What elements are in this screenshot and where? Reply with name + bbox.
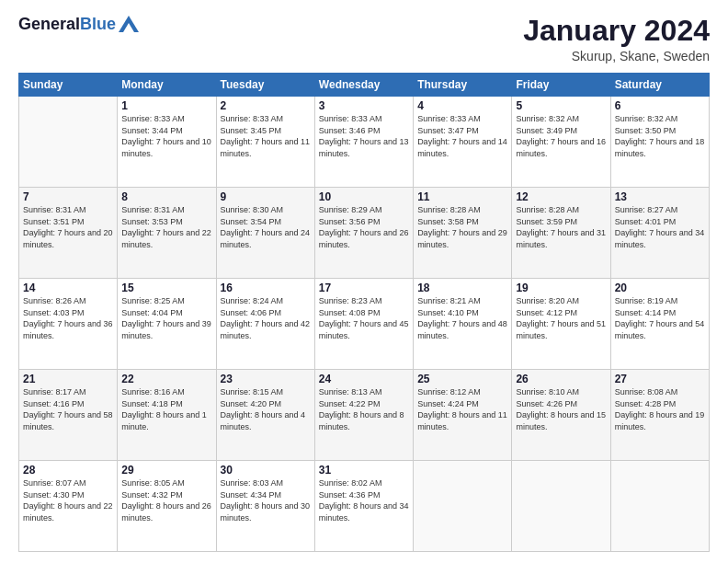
day-info: Sunrise: 8:10 AMSunset: 4:26 PMDaylight:… (516, 386, 606, 432)
table-row: 25Sunrise: 8:12 AMSunset: 4:24 PMDayligh… (414, 370, 512, 461)
day-number: 9 (221, 190, 311, 203)
day-info: Sunrise: 8:23 AMSunset: 4:08 PMDaylight:… (319, 295, 409, 341)
col-sunday: Sunday (19, 74, 118, 97)
day-info: Sunrise: 8:08 AMSunset: 4:28 PMDaylight:… (615, 386, 705, 432)
day-info: Sunrise: 8:02 AMSunset: 4:36 PMDaylight:… (319, 477, 409, 523)
title-section: January 2024 Skurup, Skane, Sweden (523, 15, 710, 63)
day-number: 8 (121, 190, 211, 203)
day-info: Sunrise: 8:33 AMSunset: 3:47 PMDaylight:… (417, 113, 507, 159)
day-number: 13 (615, 190, 705, 203)
day-info: Sunrise: 8:28 AMSunset: 3:59 PMDaylight:… (516, 204, 606, 250)
table-row: 15Sunrise: 8:25 AMSunset: 4:04 PMDayligh… (118, 279, 216, 370)
day-info: Sunrise: 8:20 AMSunset: 4:12 PMDaylight:… (516, 295, 606, 341)
table-row: 8Sunrise: 8:31 AMSunset: 3:53 PMDaylight… (118, 188, 216, 279)
table-row: 23Sunrise: 8:15 AMSunset: 4:20 PMDayligh… (216, 370, 314, 461)
col-friday: Friday (512, 74, 610, 97)
table-row: 13Sunrise: 8:27 AMSunset: 4:01 PMDayligh… (610, 188, 709, 279)
calendar-table: Sunday Monday Tuesday Wednesday Thursday… (18, 73, 710, 552)
day-info: Sunrise: 8:31 AMSunset: 3:51 PMDaylight:… (23, 204, 113, 250)
calendar-week-row: 28Sunrise: 8:07 AMSunset: 4:30 PMDayligh… (19, 461, 710, 552)
table-row: 17Sunrise: 8:23 AMSunset: 4:08 PMDayligh… (314, 279, 413, 370)
day-number: 22 (121, 373, 211, 385)
table-row: 3Sunrise: 8:33 AMSunset: 3:46 PMDaylight… (314, 97, 413, 188)
day-number: 19 (516, 282, 606, 294)
day-number: 31 (319, 464, 409, 477)
table-row (414, 461, 512, 552)
table-row: 26Sunrise: 8:10 AMSunset: 4:26 PMDayligh… (512, 370, 610, 461)
day-number: 3 (319, 99, 409, 112)
day-number: 10 (319, 190, 409, 203)
day-info: Sunrise: 8:32 AMSunset: 3:50 PMDaylight:… (615, 113, 705, 159)
day-info: Sunrise: 8:25 AMSunset: 4:04 PMDaylight:… (121, 295, 211, 341)
table-row: 6Sunrise: 8:32 AMSunset: 3:50 PMDaylight… (610, 97, 709, 188)
day-number: 4 (417, 99, 507, 112)
day-info: Sunrise: 8:07 AMSunset: 4:30 PMDaylight:… (23, 477, 113, 523)
day-info: Sunrise: 8:33 AMSunset: 3:46 PMDaylight:… (319, 113, 409, 159)
col-wednesday: Wednesday (314, 74, 413, 97)
day-number: 28 (23, 464, 113, 477)
table-row: 16Sunrise: 8:24 AMSunset: 4:06 PMDayligh… (216, 279, 314, 370)
day-number: 29 (121, 464, 211, 477)
day-number: 16 (221, 282, 311, 294)
table-row: 2Sunrise: 8:33 AMSunset: 3:45 PMDaylight… (216, 97, 314, 188)
table-row: 12Sunrise: 8:28 AMSunset: 3:59 PMDayligh… (512, 188, 610, 279)
logo: GeneralBlue (18, 15, 139, 34)
day-number: 7 (23, 190, 113, 203)
table-row: 18Sunrise: 8:21 AMSunset: 4:10 PMDayligh… (414, 279, 512, 370)
day-number: 24 (319, 373, 409, 385)
day-info: Sunrise: 8:33 AMSunset: 3:44 PMDaylight:… (121, 113, 211, 159)
day-info: Sunrise: 8:17 AMSunset: 4:16 PMDaylight:… (23, 386, 113, 432)
col-tuesday: Tuesday (216, 74, 314, 97)
day-number: 17 (319, 282, 409, 294)
day-info: Sunrise: 8:24 AMSunset: 4:06 PMDaylight:… (221, 295, 311, 341)
day-number: 15 (121, 282, 211, 294)
day-info: Sunrise: 8:27 AMSunset: 4:01 PMDaylight:… (615, 204, 705, 250)
table-row: 27Sunrise: 8:08 AMSunset: 4:28 PMDayligh… (610, 370, 709, 461)
day-number: 20 (615, 282, 705, 294)
location: Skurup, Skane, Sweden (523, 49, 710, 63)
day-info: Sunrise: 8:31 AMSunset: 3:53 PMDaylight:… (121, 204, 211, 250)
day-info: Sunrise: 8:19 AMSunset: 4:14 PMDaylight:… (615, 295, 705, 341)
day-number: 18 (417, 282, 507, 294)
table-row: 14Sunrise: 8:26 AMSunset: 4:03 PMDayligh… (19, 279, 118, 370)
table-row (19, 97, 118, 188)
day-number: 6 (615, 99, 705, 112)
day-info: Sunrise: 8:12 AMSunset: 4:24 PMDaylight:… (417, 386, 507, 432)
day-info: Sunrise: 8:16 AMSunset: 4:18 PMDaylight:… (121, 386, 211, 432)
day-info: Sunrise: 8:03 AMSunset: 4:34 PMDaylight:… (221, 477, 311, 523)
logo-general-text: GeneralBlue (18, 15, 116, 34)
day-number: 25 (417, 373, 507, 385)
calendar-header-row: Sunday Monday Tuesday Wednesday Thursday… (19, 74, 710, 97)
day-number: 1 (121, 99, 211, 112)
table-row: 9Sunrise: 8:30 AMSunset: 3:54 PMDaylight… (216, 188, 314, 279)
header: GeneralBlue January 2024 Skurup, Skane, … (18, 15, 710, 63)
day-info: Sunrise: 8:13 AMSunset: 4:22 PMDaylight:… (319, 386, 409, 432)
calendar-week-row: 21Sunrise: 8:17 AMSunset: 4:16 PMDayligh… (19, 370, 710, 461)
day-info: Sunrise: 8:15 AMSunset: 4:20 PMDaylight:… (221, 386, 311, 432)
calendar-week-row: 14Sunrise: 8:26 AMSunset: 4:03 PMDayligh… (19, 279, 710, 370)
table-row: 28Sunrise: 8:07 AMSunset: 4:30 PMDayligh… (19, 461, 118, 552)
calendar-week-row: 1Sunrise: 8:33 AMSunset: 3:44 PMDaylight… (19, 97, 710, 188)
col-saturday: Saturday (610, 74, 709, 97)
day-number: 2 (221, 99, 311, 112)
logo-icon (119, 16, 139, 32)
day-info: Sunrise: 8:32 AMSunset: 3:49 PMDaylight:… (516, 113, 606, 159)
day-number: 14 (23, 282, 113, 294)
table-row: 29Sunrise: 8:05 AMSunset: 4:32 PMDayligh… (118, 461, 216, 552)
col-thursday: Thursday (414, 74, 512, 97)
day-info: Sunrise: 8:33 AMSunset: 3:45 PMDaylight:… (221, 113, 311, 159)
calendar-week-row: 7Sunrise: 8:31 AMSunset: 3:51 PMDaylight… (19, 188, 710, 279)
day-number: 11 (417, 190, 507, 203)
table-row: 20Sunrise: 8:19 AMSunset: 4:14 PMDayligh… (610, 279, 709, 370)
table-row (512, 461, 610, 552)
table-row: 1Sunrise: 8:33 AMSunset: 3:44 PMDaylight… (118, 97, 216, 188)
table-row: 21Sunrise: 8:17 AMSunset: 4:16 PMDayligh… (19, 370, 118, 461)
day-number: 26 (516, 373, 606, 385)
day-info: Sunrise: 8:26 AMSunset: 4:03 PMDaylight:… (23, 295, 113, 341)
day-info: Sunrise: 8:21 AMSunset: 4:10 PMDaylight:… (417, 295, 507, 341)
day-number: 12 (516, 190, 606, 203)
day-number: 27 (615, 373, 705, 385)
day-number: 5 (516, 99, 606, 112)
table-row: 22Sunrise: 8:16 AMSunset: 4:18 PMDayligh… (118, 370, 216, 461)
day-info: Sunrise: 8:28 AMSunset: 3:58 PMDaylight:… (417, 204, 507, 250)
